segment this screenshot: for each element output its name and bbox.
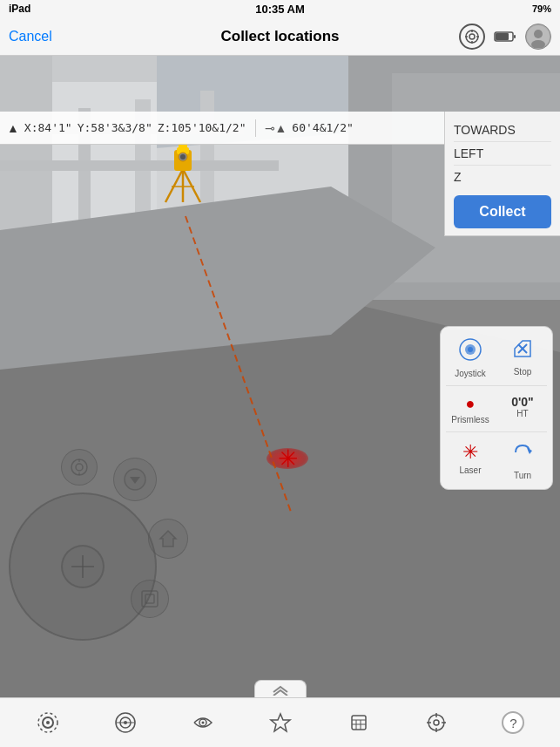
svg-rect-65 <box>352 716 366 730</box>
svg-point-1 <box>469 34 475 39</box>
surveying-instrument <box>161 134 205 204</box>
chevron-up-handle[interactable] <box>254 680 307 697</box>
prismless-cell[interactable]: ● Prismless <box>446 390 495 428</box>
left-row: LEFT <box>454 142 551 166</box>
info-panel: TOWARDS LEFT Z Collect <box>444 112 560 236</box>
bookmark-toolbar-btn[interactable] <box>261 707 300 738</box>
svg-rect-54 <box>145 594 154 603</box>
ht-cell[interactable]: 0'0" HT <box>498 390 547 428</box>
svg-marker-64 <box>271 714 290 731</box>
eye-icon <box>191 710 215 735</box>
joystick-cell[interactable]: Joystick <box>446 332 495 382</box>
scan-toolbar-btn[interactable] <box>29 707 67 738</box>
laser-cell[interactable]: ✳ Laser <box>446 436 495 484</box>
svg-point-47 <box>76 464 83 471</box>
stop-icon <box>511 337 534 365</box>
svg-rect-53 <box>142 591 158 607</box>
battery-icon <box>492 24 518 50</box>
bookmark-icon <box>268 710 293 735</box>
stop-cell[interactable]: Stop <box>498 332 547 382</box>
ht-label: HT <box>516 409 528 418</box>
laser-label: Laser <box>459 465 481 475</box>
eye-toolbar-btn[interactable] <box>184 707 222 738</box>
time-display: 10:35 AM <box>255 3 305 16</box>
svg-point-10 <box>534 30 543 38</box>
svg-point-63 <box>202 722 205 724</box>
x-coord: X:84'1" <box>24 121 72 134</box>
svg-point-71 <box>434 720 439 725</box>
key-icon <box>347 710 371 735</box>
divider-h <box>446 385 547 386</box>
z-coord: Z:105'10&1/2" <box>158 121 246 134</box>
warning-icon: ▲ <box>7 121 19 135</box>
bearing-value: 60'4&1/2" <box>292 121 353 134</box>
bottom-toolbar: ? <box>0 697 560 747</box>
cancel-button[interactable]: Cancel <box>9 29 52 44</box>
user-avatar[interactable] <box>525 24 551 50</box>
svg-marker-52 <box>160 531 176 547</box>
svg-point-0 <box>466 31 478 43</box>
prismless-label: Prismless <box>451 415 489 424</box>
turn-icon <box>511 441 534 469</box>
turn-cell[interactable]: Turn <box>498 436 547 484</box>
turn-label: Turn <box>514 471 531 480</box>
scene-view[interactable]: ▲ X:84'1" Y:58'3&3/8" Z:105'10&1/2" ⊸▲ 6… <box>0 56 560 697</box>
crosshair-icon <box>424 710 449 735</box>
target-icon[interactable] <box>459 24 485 50</box>
nav-icons <box>459 24 551 50</box>
key-toolbar-btn[interactable] <box>340 707 378 738</box>
scroll-down-btn[interactable] <box>113 458 157 501</box>
svg-point-39 <box>468 347 473 352</box>
laser-dot <box>267 448 308 469</box>
joystick-label: Joystick <box>455 369 486 378</box>
crosshair-toolbar-btn[interactable] <box>417 707 455 738</box>
help-toolbar-btn[interactable]: ? <box>495 708 531 737</box>
collect-button[interactable]: Collect <box>454 195 551 228</box>
home-btn[interactable] <box>148 519 188 559</box>
laser-icon: ✳ <box>462 441 478 464</box>
prismless-icon: ● <box>466 395 476 413</box>
coord-bar: ▲ X:84'1" Y:58'3&3/8" Z:105'10&1/2" ⊸▲ 6… <box>0 112 444 145</box>
instrument-panel: Joystick Stop ● Prismless 0'0" HT <box>440 326 553 490</box>
zoom-btn[interactable] <box>61 449 98 486</box>
battery-display: 79% <box>532 3 551 14</box>
svg-line-27 <box>165 169 183 202</box>
joystick-icon <box>458 337 482 367</box>
expand-btn[interactable] <box>131 580 169 618</box>
divider-h2 <box>446 431 547 432</box>
dpad-center[interactable] <box>61 545 105 588</box>
svg-point-34 <box>180 154 186 160</box>
towards-row: TOWARDS <box>454 119 551 142</box>
svg-rect-21 <box>0 160 279 171</box>
stop-label: Stop <box>514 367 532 377</box>
status-bar: iPad 10:35 AM 79% <box>0 0 560 17</box>
svg-line-28 <box>183 169 200 202</box>
device-label: iPad <box>9 3 30 15</box>
z-row: Z <box>454 166 551 188</box>
page-title: Collect locations <box>220 28 339 45</box>
layers-toolbar-btn[interactable] <box>106 707 145 738</box>
y-coord: Y:58'3&3/8" <box>78 121 152 134</box>
scan-icon <box>36 710 60 735</box>
bearing-icon: ⊸▲ <box>265 121 287 135</box>
help-icon: ? <box>502 711 524 734</box>
layers-icon <box>113 710 138 735</box>
ht-value: 0'0" <box>511 395 534 409</box>
svg-rect-8 <box>514 35 516 38</box>
separator <box>255 119 256 137</box>
svg-rect-7 <box>496 33 509 40</box>
svg-point-57 <box>46 721 50 724</box>
joystick-area[interactable] <box>9 449 200 641</box>
nav-bar: Cancel Collect locations <box>0 17 560 56</box>
